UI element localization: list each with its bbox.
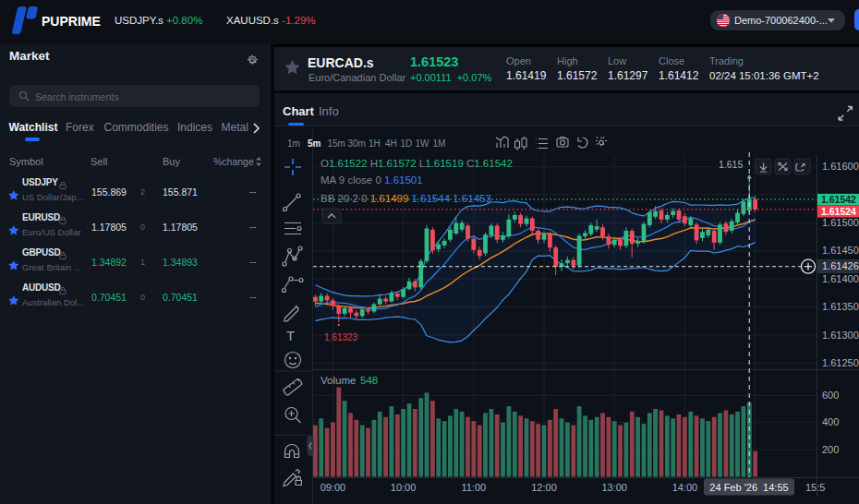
svg-text:Chart: Chart: [283, 104, 315, 118]
svg-text:24 Feb '26 14:55: 24 Feb '26 14:55: [709, 482, 788, 493]
svg-text:30m: 30m: [348, 138, 366, 149]
svg-text:1.61500: 1.61500: [822, 217, 859, 228]
svg-text:O1.61522 H1.61572 L1.61519 C1.: O1.61522 H1.61572 L1.61519 C1.61542: [321, 158, 513, 169]
svg-text:1.61350: 1.61350: [822, 301, 859, 312]
svg-text:MA 9 close 0 1.61501: MA 9 close 0 1.61501: [321, 174, 423, 186]
svg-text:Volume: Volume: [321, 375, 356, 386]
svg-text:1.61450: 1.61450: [822, 245, 859, 256]
svg-text:09:00: 09:00: [321, 482, 346, 493]
svg-text:5m: 5m: [308, 138, 321, 149]
svg-text:1.61600: 1.61600: [822, 161, 859, 172]
svg-text:1.61323: 1.61323: [324, 332, 358, 342]
svg-text:Info: Info: [319, 104, 339, 118]
svg-text:4H: 4H: [385, 138, 397, 149]
svg-text:1D: 1D: [401, 138, 413, 149]
svg-text:1.61300: 1.61300: [822, 330, 859, 341]
svg-text:14:00: 14:00: [672, 482, 698, 493]
svg-text:12:00: 12:00: [531, 482, 557, 493]
svg-text:1.61250: 1.61250: [822, 357, 859, 368]
svg-text:548: 548: [360, 375, 378, 386]
svg-text:T: T: [286, 328, 295, 343]
svg-text:1.61400: 1.61400: [822, 273, 859, 284]
svg-text:1.61426: 1.61426: [822, 260, 859, 271]
svg-text:10:00: 10:00: [391, 482, 417, 493]
svg-text:400: 400: [822, 416, 839, 427]
svg-text:200: 200: [822, 444, 839, 455]
svg-text:13:00: 13:00: [601, 482, 627, 493]
svg-text:15m: 15m: [328, 138, 345, 149]
svg-text:1W: 1W: [416, 138, 430, 149]
svg-text:1.615: 1.615: [719, 159, 743, 170]
svg-text:1H: 1H: [369, 138, 381, 149]
svg-text:11:00: 11:00: [461, 482, 486, 493]
svg-text:1M: 1M: [433, 138, 446, 149]
svg-text:15:5: 15:5: [805, 482, 825, 493]
svg-text:600: 600: [822, 390, 839, 401]
svg-text:BB 20 2 0 1.61499 1.61544 1.61: BB 20 2 0 1.61499 1.61544 1.61453: [321, 193, 491, 204]
svg-text:1m: 1m: [287, 138, 300, 149]
svg-text:1.61524: 1.61524: [821, 206, 856, 217]
svg-text:1.61542: 1.61542: [821, 194, 856, 205]
